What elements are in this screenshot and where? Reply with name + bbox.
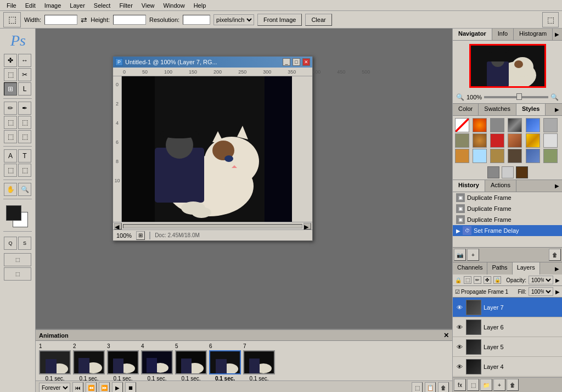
tab-navigator[interactable]: Navigator	[453, 29, 492, 40]
frame-3-thumb[interactable]	[107, 350, 139, 374]
style-swatch-1[interactable]	[473, 118, 487, 132]
style-swatch-3[interactable]	[508, 118, 522, 132]
menu-select[interactable]: Select	[89, 1, 115, 10]
restore-button[interactable]: □	[293, 58, 300, 66]
tab-layers[interactable]: Layers	[513, 262, 540, 275]
style-swatch-6[interactable]	[455, 133, 469, 148]
zoom-fit-btn[interactable]: ⊞	[136, 231, 145, 240]
style-swatch-8[interactable]	[490, 133, 504, 148]
extra-tools-btn[interactable]: ⬚	[4, 267, 31, 281]
scroll-right-btn[interactable]: ▶	[304, 223, 311, 229]
menu-help[interactable]: Help	[189, 1, 211, 10]
zoom-tool-btn[interactable]: 🔍	[18, 183, 31, 196]
step-back-btn[interactable]: ⏪	[86, 382, 97, 392]
layers-options-btn[interactable]: ▶	[553, 266, 561, 272]
tab-styles[interactable]: Styles	[516, 104, 546, 115]
frame-2-delay[interactable]: 0,1 sec.	[79, 376, 98, 380]
zoom-slider[interactable]	[484, 96, 548, 98]
document-canvas[interactable]	[122, 76, 292, 222]
history-action-snapshot-btn[interactable]: 📷	[454, 249, 466, 261]
opacity-select[interactable]: 100%	[529, 276, 553, 284]
resolution-unit-select[interactable]: pixels/inch	[213, 14, 254, 25]
style-swatch-2[interactable]	[490, 118, 504, 132]
history-action-new-btn[interactable]: +	[467, 249, 479, 261]
anim-frame-3[interactable]: 3 0,1 sec.	[107, 343, 139, 380]
navigator-options-btn[interactable]: ▶	[553, 31, 561, 37]
layer-lock-transparent-btn[interactable]: ⬚	[464, 276, 471, 284]
style-swatch-13[interactable]	[473, 149, 487, 163]
tab-channels[interactable]: Channels	[453, 262, 487, 275]
layer-lock-paint-btn[interactable]: ✏	[474, 276, 481, 284]
menu-filter[interactable]: Filter	[115, 1, 137, 10]
fill-select[interactable]: 100%	[529, 287, 553, 296]
history-action-delete-btn[interactable]: 🗑	[549, 249, 561, 261]
path-select-btn[interactable]: ⬚	[4, 164, 17, 177]
style-swatch-4[interactable]	[526, 118, 540, 132]
frame-1-delay[interactable]: 0,1 sec.	[45, 376, 64, 380]
eraser-tool-btn[interactable]: ⬚	[4, 116, 17, 129]
new-group-btn[interactable]: 📁	[480, 379, 492, 391]
frame-4-delay[interactable]: 0,1 sec.	[147, 376, 166, 380]
style-swatch-9[interactable]	[508, 133, 522, 148]
style-swatch-14[interactable]	[490, 149, 504, 163]
tab-info[interactable]: Info	[492, 29, 514, 40]
style-swatch-17[interactable]	[543, 149, 558, 163]
fill-options-btn[interactable]: ▶	[555, 289, 560, 295]
dodge-tool-btn[interactable]: ⬚	[18, 130, 31, 143]
color-panel-options-btn[interactable]: ▶	[553, 107, 561, 113]
shape-tool-btn[interactable]: ⬚	[18, 164, 31, 177]
menu-view[interactable]: View	[137, 1, 159, 10]
layer-7-eye[interactable]: 👁	[455, 303, 464, 312]
swap-icon[interactable]: ⇄	[81, 15, 87, 24]
new-frame-btn[interactable]: ⬚	[412, 382, 423, 392]
add-style-btn[interactable]: fx	[454, 379, 466, 391]
frame-3-delay[interactable]: 0,1 sec.	[113, 376, 132, 380]
style-swatch-11[interactable]	[543, 133, 558, 148]
layer-item-7[interactable]: 👁 Layer 7	[453, 298, 562, 317]
screen-mode-btn[interactable]: ⬚	[4, 253, 31, 266]
quick-mask-btn[interactable]: Q	[4, 237, 17, 250]
scroll-track-h[interactable]	[123, 224, 302, 228]
layer-lock-all-btn[interactable]: 🔒	[493, 276, 501, 284]
text-tool-btn[interactable]: T	[18, 149, 31, 163]
anim-frame-2[interactable]: 2 0,1 sec.	[73, 343, 105, 380]
anim-frame-1[interactable]: 1 0,1 sec.	[39, 343, 71, 380]
eyedropper-btn[interactable]: L	[18, 82, 31, 96]
quick-select-btn[interactable]: ✂	[18, 68, 31, 81]
loop-select[interactable]: Forever	[39, 383, 70, 392]
zoom-out-icon[interactable]: 🔍	[456, 93, 464, 101]
move-tool-btn[interactable]: ↔	[18, 54, 31, 67]
hand-tool-btn[interactable]: ✋	[4, 183, 17, 196]
pen-tool-btn[interactable]: A	[4, 149, 17, 163]
horizontal-scrollbar[interactable]: ◀ ▶	[113, 222, 312, 229]
frame-2-thumb[interactable]	[73, 350, 105, 374]
clone-stamp-btn[interactable]: ✒	[18, 102, 31, 115]
tab-swatches[interactable]: Swatches	[479, 104, 516, 115]
zoom-in-icon[interactable]: 🔍	[550, 93, 559, 101]
layer-6-eye[interactable]: 👁	[455, 323, 464, 332]
style-swatch-16[interactable]	[526, 149, 540, 163]
history-item-2[interactable]: ▣ Duplicate Frame	[453, 214, 562, 225]
style-swatch-12[interactable]	[455, 149, 469, 163]
history-item-3[interactable]: ▶ ⏱ Set Frame Delay	[453, 225, 562, 236]
history-item-1[interactable]: ▣ Duplicate Frame	[453, 203, 562, 214]
anim-frame-4[interactable]: 4 0,1 sec.	[141, 343, 173, 380]
clear-button[interactable]: Clear	[305, 14, 331, 26]
resolution-input[interactable]	[183, 15, 210, 25]
blur-tool-btn[interactable]: ⬚	[4, 130, 17, 143]
opacity-options-btn[interactable]: ▶	[555, 277, 560, 283]
duplicate-frame-btn[interactable]: 📋	[425, 382, 436, 392]
foreground-color-box[interactable]	[6, 205, 21, 221]
style-option-3[interactable]	[516, 166, 528, 178]
paint-bucket-btn[interactable]: ⬚	[18, 116, 31, 129]
new-layer-btn[interactable]: +	[493, 379, 505, 391]
frame-5-thumb[interactable]	[175, 350, 207, 374]
layer-item-5[interactable]: 👁 Layer 5	[453, 337, 562, 357]
style-option-1[interactable]	[487, 166, 499, 178]
front-image-button[interactable]: Front Image	[257, 14, 302, 26]
crop-tool-btn[interactable]: ⊞	[4, 82, 17, 96]
minimize-button[interactable]: _	[283, 58, 290, 66]
brush-tool-btn[interactable]: ✏	[4, 102, 17, 115]
step-forward-btn[interactable]: ⏩	[99, 382, 110, 392]
tab-color[interactable]: Color	[453, 104, 479, 115]
